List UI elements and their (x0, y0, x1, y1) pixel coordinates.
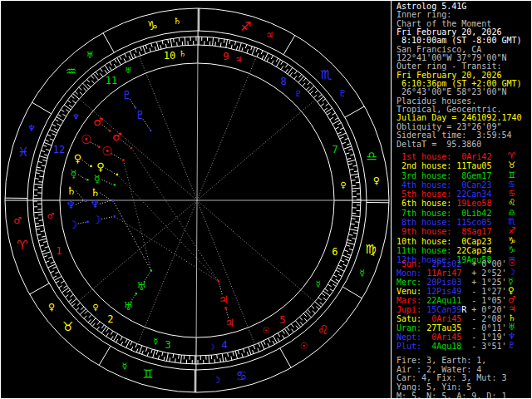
mercury-outer-dot (86, 179, 88, 180)
degree-tick (299, 74, 302, 77)
angle-cusp-line-inner (196, 200, 197, 337)
degree-tick (69, 105, 72, 107)
taurus-ruler-icon: ♀ (48, 302, 55, 313)
house-cusp-value: 22Can34 (451, 190, 491, 199)
degree-tick (335, 118, 338, 121)
degree-tick (41, 150, 45, 152)
planet-position-value: 0Ari45 (421, 314, 461, 323)
neptune-inner-glyph-icon: ♆ (90, 198, 100, 210)
degree-tick (219, 38, 219, 42)
planet-velocity: + 2°52' (466, 268, 506, 278)
degree-tick (296, 326, 298, 329)
degree-tick (259, 343, 260, 347)
degree-tick (348, 234, 352, 235)
degree-tick (220, 358, 221, 362)
degree-tick (135, 49, 136, 53)
degree-tick (344, 250, 348, 252)
house-ruler-icon-4: ☽ (208, 342, 215, 352)
degree-tick (52, 124, 56, 126)
planet-velocity: + 0°20' (466, 305, 506, 314)
degree-tick (222, 354, 224, 362)
degree-tick (313, 95, 317, 97)
planet-velocity: - 1°05' (466, 296, 506, 305)
degree-tick (337, 132, 342, 134)
degree-tick (343, 264, 347, 266)
house-label: 5th house: (397, 190, 451, 199)
house-number-3: 3 (165, 339, 170, 351)
degree-tick (124, 58, 126, 62)
degree-tick (292, 329, 294, 332)
planet-row-Plut: Plut: 4Aqu18 - 3°51'♇ (397, 342, 531, 351)
degree-tick (45, 140, 49, 141)
degree-tick (106, 333, 109, 337)
planet-label: Nept: (397, 332, 421, 342)
degree-tick (308, 82, 310, 86)
planet-label: Merc: (397, 278, 421, 287)
info-line-text: Placidus houses. (397, 96, 476, 106)
planet-glyph-icon: ♇ (508, 341, 515, 350)
degree-tick (46, 261, 50, 263)
virgo-ruler-icon: ☿ (359, 268, 365, 278)
degree-tick (276, 58, 278, 62)
planet-label: Jupi: (397, 305, 421, 314)
info-line-text: DeltaT = 95.3860 (397, 140, 481, 149)
degree-tick (352, 238, 357, 239)
house-sign-glyph: ♊ (508, 170, 515, 180)
uranus-outer-dot (135, 293, 137, 294)
taurus-sign-icon: ♉ (62, 319, 73, 334)
neptune-outer-dot (85, 200, 86, 201)
degree-tick (75, 91, 78, 94)
planet-leader-line (100, 200, 111, 204)
degree-tick (278, 333, 280, 337)
house-ruler-icon-3: ☿ (153, 337, 158, 346)
gemini-ruler-icon: ☿ (121, 361, 127, 372)
uranus-inner-glyph-icon: ♅ (136, 280, 146, 293)
degree-tick (92, 323, 95, 327)
degree-tick (46, 149, 50, 150)
degree-tick (97, 327, 100, 330)
degree-tick (303, 313, 306, 317)
planet-leader-line (100, 193, 111, 200)
house-ruler-icon-8: ♇ (295, 89, 303, 98)
degree-tick (40, 245, 44, 246)
degree-tick (72, 101, 76, 103)
house-sign-glyph: ♌ (508, 198, 515, 207)
degree-tick (290, 72, 293, 76)
degree-tick (283, 335, 285, 338)
degree-tick (234, 42, 235, 46)
degree-tick (352, 216, 360, 217)
degree-tick (315, 90, 318, 92)
venus-outer-glyph-icon: ♀ (74, 152, 82, 165)
degree-tick (300, 322, 303, 325)
degree-tick (180, 355, 181, 363)
degree-tick (77, 303, 81, 305)
degree-tick (174, 38, 175, 42)
degree-tick (52, 267, 57, 268)
sun-outer-dot (98, 146, 100, 148)
planet-position-value: 4Aqu18 (421, 342, 461, 351)
degree-tick (252, 47, 255, 55)
degree-tick (143, 46, 145, 53)
degree-tick (36, 173, 40, 174)
degree-tick (253, 350, 254, 354)
degree-tick (165, 44, 166, 48)
degree-tick (101, 325, 104, 328)
sign-boundary-line (280, 348, 291, 368)
degree-tick (35, 224, 39, 224)
degree-tick (348, 149, 352, 150)
venus-outer-dot (90, 165, 91, 167)
degree-tick (307, 87, 310, 91)
degree-tick (97, 322, 100, 325)
degree-tick (177, 42, 178, 47)
degree-tick (139, 52, 140, 56)
degree-tick (353, 165, 357, 166)
house-ruler-icon-7: ♀ (340, 180, 346, 190)
degree-tick (262, 56, 264, 60)
house-number-12: 12 (53, 144, 65, 155)
planet-leader-line (76, 191, 84, 200)
degree-tick (42, 160, 47, 160)
house-cusp-value: 0Cap23 (451, 237, 491, 246)
degree-tick (350, 229, 358, 231)
degree-tick (328, 284, 331, 287)
jupiter-outer-glyph-icon: ♃ (224, 317, 234, 329)
